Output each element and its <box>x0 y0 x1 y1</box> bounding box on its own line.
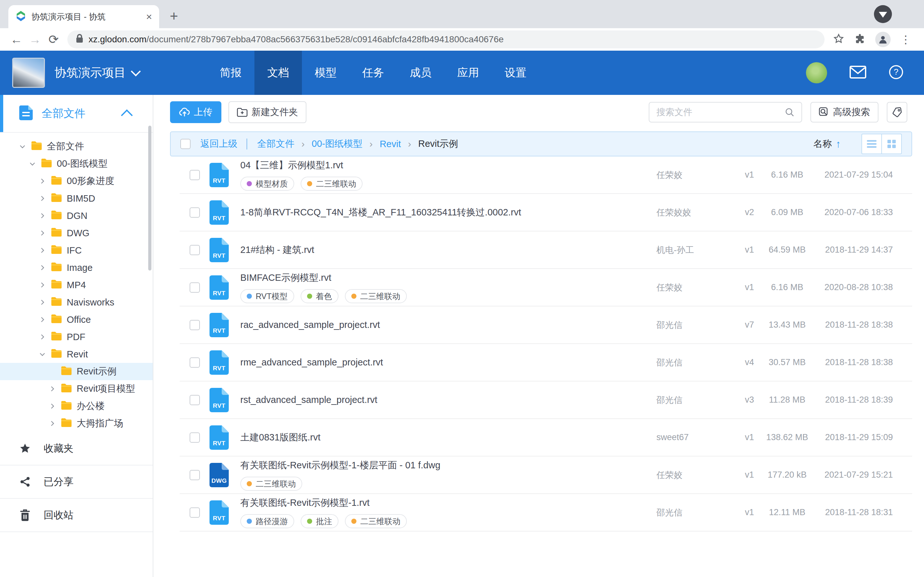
search-input[interactable]: 搜索文件 <box>649 102 802 122</box>
file-name[interactable]: 有关联图纸-Revit示例模型-1.rvt <box>240 496 656 509</box>
address-bar[interactable]: xz.glodon.com/document/278b7967ebba4708a… <box>67 31 825 48</box>
file-name[interactable]: 21#结构 - 建筑.rvt <box>240 243 656 256</box>
breadcrumb-link[interactable]: 00-图纸模型 <box>312 137 363 150</box>
row-checkbox[interactable] <box>190 207 200 218</box>
file-tag[interactable]: 二三维联动 <box>240 477 302 491</box>
select-all-checkbox[interactable] <box>180 139 191 149</box>
file-tag[interactable]: 二三维联动 <box>345 289 407 303</box>
breadcrumb-link[interactable]: 全部文件 <box>257 137 294 150</box>
back-icon[interactable]: ← <box>7 33 26 47</box>
file-name[interactable]: 有关联图纸-Revit示例模型-1-楼层平面 - 01 f.dwg <box>240 459 656 472</box>
project-thumbnail[interactable] <box>12 58 45 88</box>
mail-icon[interactable] <box>850 66 866 80</box>
row-checkbox[interactable] <box>190 470 200 480</box>
app-nav-item[interactable]: 设置 <box>492 51 540 95</box>
bookmark-star-icon[interactable] <box>833 33 845 46</box>
app-nav-item[interactable]: 文档 <box>254 51 302 95</box>
table-row[interactable]: RVTBIMFACE示例模型.rvtRVT模型着色二三维联动任荣姣v16.16 … <box>180 269 912 306</box>
tree-expander[interactable] <box>37 298 48 306</box>
file-name[interactable]: 土建0831版图纸.rvt <box>240 431 656 444</box>
app-nav-item[interactable]: 应用 <box>444 51 492 95</box>
sort-by-name[interactable]: 名称 ↑ <box>813 137 841 150</box>
sidebar-item-share[interactable]: 已分享 <box>0 466 153 499</box>
tree-expander[interactable] <box>37 212 48 219</box>
file-tag[interactable]: 路径漫游 <box>240 514 294 528</box>
file-name[interactable]: BIMFACE示例模型.rvt <box>240 271 656 284</box>
app-nav-item[interactable]: 任务 <box>349 51 397 95</box>
tree-expander[interactable] <box>47 402 58 410</box>
tab-search-button[interactable] <box>874 5 892 23</box>
sidebar-scrollbar[interactable] <box>148 126 152 271</box>
tree-item[interactable]: Revit项目模型 <box>0 380 153 398</box>
upload-button[interactable]: 上传 <box>170 101 221 123</box>
file-tag[interactable]: 着色 <box>300 289 338 303</box>
row-checkbox[interactable] <box>190 170 200 180</box>
file-tag[interactable]: 模型材质 <box>240 177 294 191</box>
tree-item[interactable]: MP4 <box>0 276 153 293</box>
table-row[interactable]: RVT04【三维】示例模型1.rvt模型材质二三维联动任荣姣v16.16 MB2… <box>180 156 912 194</box>
table-row[interactable]: RVTrme_advanced_sample_project.rvt邵光信v43… <box>180 344 912 382</box>
tree-expander[interactable] <box>37 264 48 271</box>
help-icon[interactable]: ? <box>889 65 903 81</box>
tree-item[interactable]: 全部文件 <box>0 138 153 155</box>
table-row[interactable]: RVTrst_advanced_sample_project.rvt邵光信v31… <box>180 382 912 419</box>
tree-item[interactable]: 00形象进度 <box>0 172 153 190</box>
tree-item[interactable]: Image <box>0 259 153 276</box>
app-nav-item[interactable]: 成员 <box>397 51 444 95</box>
browser-menu-icon[interactable]: ⋮ <box>900 33 911 46</box>
file-tag[interactable]: 批注 <box>300 514 338 528</box>
tree-item[interactable]: IFC <box>0 242 153 259</box>
file-name[interactable]: rst_advanced_sample_project.rvt <box>240 395 656 405</box>
table-row[interactable]: DWG有关联图纸-Revit示例模型-1-楼层平面 - 01 f.dwg二三维联… <box>180 456 912 494</box>
row-checkbox[interactable] <box>190 508 200 518</box>
tree-expander[interactable] <box>37 350 48 358</box>
tree-item[interactable]: Office <box>0 311 153 328</box>
user-avatar[interactable] <box>806 62 827 83</box>
tree-item[interactable]: 大拇指广场 <box>0 415 153 432</box>
tree-item[interactable]: DWG <box>0 224 153 242</box>
row-checkbox[interactable] <box>190 282 200 293</box>
file-name[interactable]: 1-8简单RVT-RCCQ_T4N_塔楼_AR_F11_160325411转换过… <box>240 206 656 219</box>
tree-expander[interactable] <box>47 420 58 427</box>
forward-icon[interactable]: → <box>26 33 44 47</box>
project-switcher[interactable]: 协筑演示项目 <box>55 65 138 81</box>
tree-item[interactable]: Revit <box>0 346 153 363</box>
row-checkbox[interactable] <box>190 358 200 367</box>
file-tag[interactable]: RVT模型 <box>240 289 294 303</box>
tree-item[interactable]: 00-图纸模型 <box>0 155 153 172</box>
table-row[interactable]: RVT土建0831版图纸.rvtsweet67v1138.62 MB2018-1… <box>180 419 912 456</box>
sidebar-item-star[interactable]: 收藏夹 <box>0 432 153 466</box>
grid-view-button[interactable] <box>881 134 902 154</box>
file-name[interactable]: 04【三维】示例模型1.rvt <box>240 159 656 172</box>
reload-icon[interactable]: ⟳ <box>44 32 63 47</box>
table-row[interactable]: RVTrac_advanced_sample_project.rvt邵光信v71… <box>180 306 912 344</box>
new-tab-button[interactable]: + <box>167 10 181 24</box>
tree-expander[interactable] <box>37 281 48 289</box>
new-folder-button[interactable]: 新建文件夹 <box>228 101 306 123</box>
tree-expander[interactable] <box>37 247 48 254</box>
sidebar-item-trash[interactable]: 回收站 <box>0 499 153 532</box>
app-nav-item[interactable]: 模型 <box>302 51 349 95</box>
row-checkbox[interactable] <box>190 432 200 443</box>
tree-item[interactable]: Navisworks <box>0 293 153 311</box>
table-row[interactable]: RVT1-8简单RVT-RCCQ_T4N_塔楼_AR_F11_160325411… <box>180 194 912 231</box>
extensions-puzzle-icon[interactable] <box>854 33 866 46</box>
advanced-search-button[interactable]: 高级搜索 <box>811 102 879 122</box>
tree-item[interactable]: BIM5D <box>0 190 153 207</box>
tree-item[interactable]: 办公楼 <box>0 398 153 415</box>
tree-item[interactable]: PDF <box>0 328 153 346</box>
tree-expander[interactable] <box>37 316 48 324</box>
tree-expander[interactable] <box>37 333 48 341</box>
tree-expander[interactable] <box>37 229 48 237</box>
table-row[interactable]: RVT21#结构 - 建筑.rvt机电-孙工v164.59 MB2018-11-… <box>180 231 912 269</box>
tree-expander[interactable] <box>17 143 28 150</box>
browser-profile-avatar[interactable] <box>875 32 891 47</box>
breadcrumb-link[interactable]: Revit <box>380 139 401 149</box>
tree-expander[interactable] <box>37 177 48 185</box>
row-checkbox[interactable] <box>190 395 200 405</box>
tree-item[interactable]: Revit示例 <box>0 363 153 380</box>
tree-expander[interactable] <box>27 160 38 168</box>
chevron-up-icon[interactable] <box>121 109 133 121</box>
tab-close-icon[interactable]: × <box>146 11 152 22</box>
tree-expander[interactable] <box>37 195 48 202</box>
